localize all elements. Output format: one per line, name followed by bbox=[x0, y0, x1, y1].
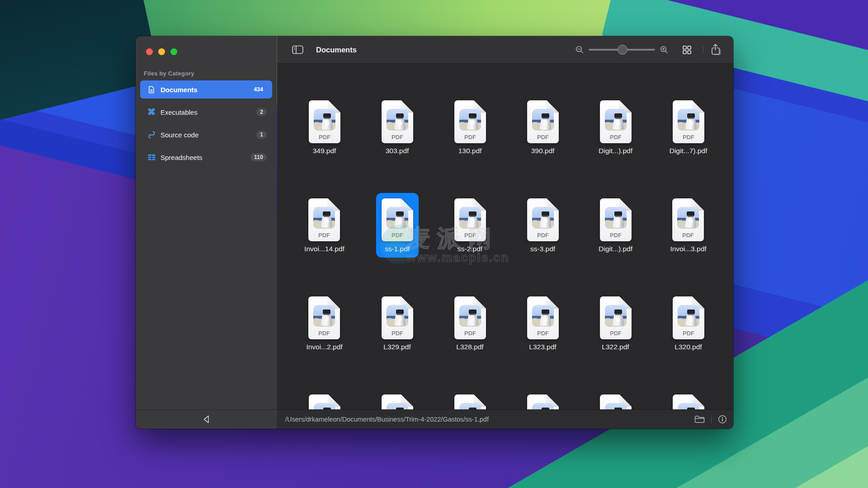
file-tile-box: PDF 390.pdf bbox=[522, 95, 564, 160]
pdf-file-icon: PDF bbox=[380, 100, 415, 143]
file-tile-box: PDF bbox=[449, 389, 491, 409]
svg-text:PDF: PDF bbox=[392, 330, 403, 337]
back-button[interactable] bbox=[203, 415, 210, 424]
sidebar-item-executables[interactable]: ⌘ Executables 2 bbox=[140, 103, 272, 121]
file-item[interactable]: PDF L322.pdf bbox=[579, 291, 652, 389]
file-item[interactable]: PDF L329.pdf bbox=[361, 291, 434, 389]
file-name: 303.pdf bbox=[386, 147, 409, 155]
count-badge: 110 bbox=[250, 153, 267, 161]
file-tile-box: PDF bbox=[303, 389, 346, 409]
statusbar-divider bbox=[711, 415, 712, 423]
file-item[interactable]: PDF bbox=[288, 389, 361, 409]
file-item[interactable]: PDF L323.pdf bbox=[506, 291, 579, 389]
file-tile-box: PDF bbox=[667, 389, 710, 409]
toggle-sidebar-button[interactable] bbox=[292, 45, 303, 54]
file-item[interactable]: PDF 130.pdf bbox=[434, 95, 506, 193]
file-item[interactable]: PDF bbox=[434, 389, 506, 409]
close-window-button[interactable] bbox=[146, 48, 153, 55]
file-item[interactable]: PDF bbox=[361, 389, 434, 409]
file-name: 349.pdf bbox=[313, 147, 336, 155]
sidebar-item-label: Documents bbox=[160, 86, 250, 94]
sidebar-item-label: Executables bbox=[160, 108, 256, 116]
file-item[interactable]: PDF bbox=[579, 389, 652, 409]
pdf-file-icon: PDF bbox=[380, 394, 415, 409]
sidebar: Files by Category Documents 434 ⌘ Execut… bbox=[136, 36, 277, 429]
grid-view-button[interactable] bbox=[677, 40, 697, 59]
svg-text:PDF: PDF bbox=[318, 232, 330, 239]
file-item[interactable]: PDF 390.pdf bbox=[506, 95, 579, 193]
file-name: ss-3.pdf bbox=[530, 245, 555, 253]
file-item[interactable]: PDF Digit...7).pdf bbox=[652, 95, 725, 193]
svg-text:PDF: PDF bbox=[392, 134, 403, 141]
folder-icon bbox=[694, 415, 705, 423]
minimize-window-button[interactable] bbox=[158, 48, 165, 55]
file-tile-box: PDF bbox=[376, 389, 419, 409]
info-button[interactable] bbox=[718, 415, 727, 424]
toolbar-right-group bbox=[575, 40, 722, 59]
file-tile-box: PDF L328.pdf bbox=[449, 291, 491, 356]
pdf-file-icon: PDF bbox=[307, 100, 342, 143]
file-name: L323.pdf bbox=[529, 343, 556, 351]
svg-text:PDF: PDF bbox=[537, 134, 549, 141]
file-name: Invoi...14.pdf bbox=[304, 245, 344, 253]
pdf-file-icon: PDF bbox=[598, 296, 633, 339]
sidebar-footer bbox=[136, 409, 277, 429]
svg-text:PDF: PDF bbox=[537, 330, 549, 337]
script-icon bbox=[146, 131, 157, 139]
pdf-file-icon: PDF bbox=[671, 296, 706, 339]
file-tile-box: PDF Digit...7).pdf bbox=[666, 95, 711, 160]
file-item[interactable]: PDF 303.pdf bbox=[361, 95, 434, 193]
window-controls bbox=[146, 48, 277, 55]
pdf-file-icon: PDF bbox=[598, 100, 633, 143]
svg-text:PDF: PDF bbox=[610, 134, 622, 141]
sidebar-item-spreadsheets[interactable]: Spreadsheets 110 bbox=[140, 148, 272, 166]
file-item[interactable]: PDF ss-2.pdf bbox=[434, 193, 506, 291]
file-path: /Users/drkameleon/Documents/Business/Tri… bbox=[285, 416, 694, 423]
reveal-in-folder-button[interactable] bbox=[694, 415, 705, 423]
file-item[interactable]: PDF 349.pdf bbox=[288, 95, 361, 193]
svg-text:PDF: PDF bbox=[683, 330, 694, 337]
file-item[interactable]: PDF bbox=[652, 389, 725, 409]
file-item[interactable]: PDF ss-1.pdf bbox=[361, 193, 434, 291]
file-tile-box: PDF ss-3.pdf bbox=[522, 193, 564, 258]
pdf-file-icon: PDF bbox=[598, 394, 633, 409]
svg-text:PDF: PDF bbox=[610, 330, 622, 337]
file-item[interactable]: PDF ss-3.pdf bbox=[506, 193, 579, 291]
file-item[interactable]: PDF Invoi...2.pdf bbox=[288, 291, 361, 389]
desktop: Files by Category Documents 434 ⌘ Execut… bbox=[0, 0, 868, 488]
file-tile-box: PDF ss-2.pdf bbox=[449, 193, 491, 258]
sidebar-item-documents[interactable]: Documents 434 bbox=[140, 80, 272, 99]
zoom-slider-thumb[interactable] bbox=[618, 45, 627, 55]
file-name: L329.pdf bbox=[383, 343, 410, 351]
pdf-file-icon: PDF bbox=[671, 394, 706, 409]
sidebar-section-header: Files by Category bbox=[144, 70, 277, 77]
grid-view-icon bbox=[683, 46, 691, 54]
sidebar-item-source-code[interactable]: Source code 1 bbox=[140, 126, 272, 144]
svg-text:PDF: PDF bbox=[683, 134, 694, 141]
pdf-file-icon: PDF bbox=[525, 100, 561, 143]
file-item[interactable]: PDF Digit...).pdf bbox=[579, 95, 652, 193]
svg-text:PDF: PDF bbox=[610, 232, 622, 239]
file-item[interactable]: PDF bbox=[506, 389, 579, 409]
file-item[interactable]: PDF Invoi...14.pdf bbox=[288, 193, 361, 291]
zoom-slider[interactable] bbox=[589, 45, 655, 55]
sidebar-item-label: Spreadsheets bbox=[160, 154, 250, 161]
file-item[interactable]: PDF L328.pdf bbox=[434, 291, 506, 389]
file-name: L328.pdf bbox=[456, 343, 483, 351]
count-badge: 2 bbox=[256, 108, 267, 116]
zoom-window-button[interactable] bbox=[170, 48, 177, 55]
share-button[interactable] bbox=[710, 43, 722, 56]
app-window: Files by Category Documents 434 ⌘ Execut… bbox=[136, 36, 733, 429]
svg-text:PDF: PDF bbox=[537, 232, 549, 239]
file-name: Invoi...3.pdf bbox=[670, 245, 706, 253]
zoom-out-icon[interactable] bbox=[575, 45, 584, 54]
pdf-file-icon: PDF bbox=[525, 394, 561, 409]
file-item[interactable]: PDF Digit...).pdf bbox=[579, 193, 652, 291]
file-grid: PDF 349.pdf bbox=[288, 95, 725, 409]
file-name: Digit...).pdf bbox=[599, 147, 632, 155]
file-item[interactable]: PDF Invoi...3.pdf bbox=[652, 193, 725, 291]
file-item[interactable]: PDF L320.pdf bbox=[652, 291, 725, 389]
file-tile-box: PDF 130.pdf bbox=[449, 95, 491, 160]
zoom-in-icon[interactable] bbox=[660, 45, 669, 54]
pdf-file-icon: PDF bbox=[525, 296, 561, 339]
